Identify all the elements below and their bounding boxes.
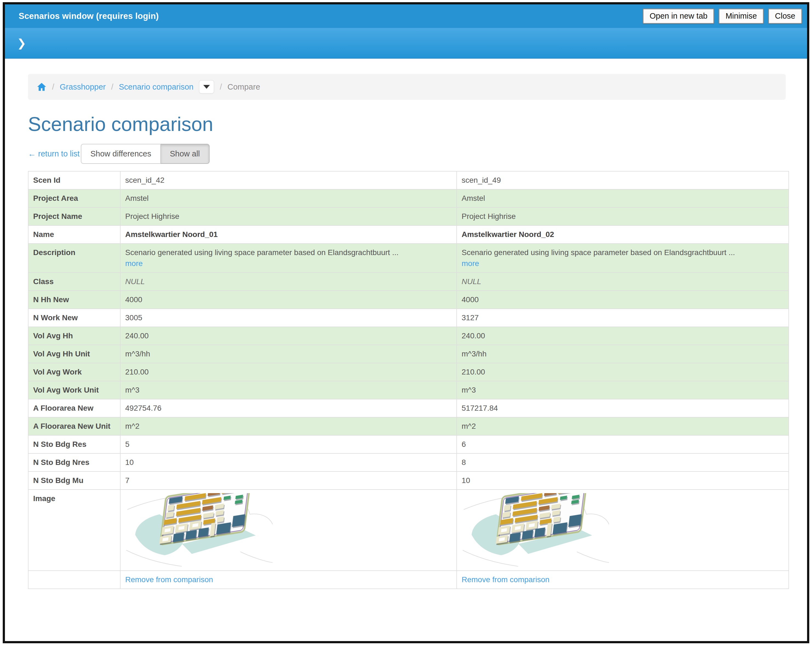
cell-a: 4000: [120, 291, 457, 309]
breadcrumb-separator: /: [220, 82, 222, 92]
row-label: N Work New: [28, 309, 120, 327]
table-row: Class NULL NULL: [28, 273, 789, 291]
cell-b: 4000: [457, 291, 789, 309]
minimise-button[interactable]: Minimise: [719, 9, 763, 24]
cell-b: Amstelkwartier Noord_02: [457, 226, 789, 244]
table-row: Vol Avg Work Unit m^3 m^3: [28, 381, 789, 399]
table-row: A Floorarea New Unit m^2 m^2: [28, 417, 789, 435]
show-differences-button[interactable]: Show differences: [81, 144, 161, 164]
cell-a: m^2: [120, 417, 457, 435]
row-label: Vol Avg Hh: [28, 327, 120, 345]
cell-a: [120, 490, 457, 571]
row-label: N Sto Bdg Nres: [28, 454, 120, 472]
table-row: Name Amstelkwartier Noord_01 Amstelkwart…: [28, 226, 789, 244]
breadcrumb-separator: /: [52, 82, 54, 92]
table-row: N Hh New 4000 4000: [28, 291, 789, 309]
cell-b: scen_id_49: [457, 171, 789, 189]
row-label: Project Name: [28, 208, 120, 226]
cell-a: 5: [120, 435, 457, 454]
home-icon[interactable]: [37, 82, 47, 91]
row-label: N Sto Bdg Res: [28, 435, 120, 454]
open-in-new-tab-button[interactable]: Open in new tab: [643, 9, 714, 24]
more-link[interactable]: more: [462, 258, 479, 269]
caret-down-icon: [203, 85, 210, 89]
breadcrumb-link-grasshopper[interactable]: Grasshopper: [60, 82, 106, 92]
cell-a: Remove from comparison: [120, 571, 457, 589]
cell-a: 240.00: [120, 327, 457, 345]
scenario-a-model-image: [125, 493, 273, 567]
window-titlebar: Scenarios window (requires login) Open i…: [5, 5, 807, 28]
table-row: Description Scenario generated using liv…: [28, 244, 789, 273]
table-row: Project Name Project Highrise Project Hi…: [28, 208, 789, 226]
row-label: N Sto Bdg Mu: [28, 472, 120, 490]
cell-a: 210.00: [120, 363, 457, 381]
cell-b: 517217.84: [457, 399, 789, 417]
view-toggle-group: Show differences Show all: [81, 144, 209, 164]
breadcrumb-current: Compare: [227, 82, 260, 92]
table-row: N Sto Bdg Res 5 6: [28, 435, 789, 454]
window-subbar: ❯: [5, 28, 807, 59]
window-title: Scenarios window (requires login): [18, 11, 159, 21]
show-all-button[interactable]: Show all: [161, 144, 209, 164]
cell-a: m^3: [120, 381, 457, 399]
cell-b: m^3/hh: [457, 345, 789, 363]
cell-b: 10: [457, 472, 789, 490]
breadcrumb-link-scenario-comparison[interactable]: Scenario comparison: [119, 82, 194, 92]
cell-b: 3127: [457, 309, 789, 327]
row-label: Project Area: [28, 189, 120, 208]
cell-a: scen_id_42: [120, 171, 457, 189]
row-label: Name: [28, 226, 120, 244]
row-label: Vol Avg Work: [28, 363, 120, 381]
cell-a: 492754.76: [120, 399, 457, 417]
return-to-list-link[interactable]: ← return to list: [28, 149, 80, 158]
row-label: Vol Avg Work Unit: [28, 381, 120, 399]
row-label: N Hh New: [28, 291, 120, 309]
cell-b: Scenario generated using living space pa…: [457, 244, 789, 273]
cell-b: Amstel: [457, 189, 789, 208]
table-row: Vol Avg Hh Unit m^3/hh m^3/hh: [28, 345, 789, 363]
cell-b: Project Highrise: [457, 208, 789, 226]
table-row: Vol Avg Work 210.00 210.00: [28, 363, 789, 381]
table-row: N Sto Bdg Mu 7 10: [28, 472, 789, 490]
cell-a: 3005: [120, 309, 457, 327]
window-controls: Open in new tab Minimise Close: [643, 9, 802, 24]
table-row: N Sto Bdg Nres 10 8: [28, 454, 789, 472]
description-text: Scenario generated using living space pa…: [462, 247, 784, 258]
scenario-b-model-image: [462, 493, 609, 567]
table-row: Remove from comparison Remove from compa…: [28, 571, 789, 589]
row-label: A Floorarea New Unit: [28, 417, 120, 435]
cell-a: 10: [120, 454, 457, 472]
more-link[interactable]: more: [125, 258, 143, 269]
cell-b: m^3: [457, 381, 789, 399]
cell-b: 210.00: [457, 363, 789, 381]
row-label: A Floorarea New: [28, 399, 120, 417]
cell-a: 7: [120, 472, 457, 490]
cell-a: m^3/hh: [120, 345, 457, 363]
chevron-right-icon[interactable]: ❯: [17, 38, 26, 49]
cell-b: [457, 490, 789, 571]
remove-from-comparison-link[interactable]: Remove from comparison: [462, 574, 549, 585]
page-title: Scenario comparison: [28, 113, 786, 135]
row-label: Scen Id: [28, 171, 120, 189]
cell-a: Amstel: [120, 189, 457, 208]
breadcrumb-separator: /: [111, 82, 113, 92]
table-row: Scen Id scen_id_42 scen_id_49: [28, 171, 789, 189]
breadcrumb-dropdown-button[interactable]: [199, 80, 214, 94]
row-label: Image: [28, 490, 120, 571]
cell-a: Amstelkwartier Noord_01: [120, 226, 457, 244]
page-content: / Grasshopper / Scenario comparison / Co…: [5, 59, 807, 589]
remove-from-comparison-link[interactable]: Remove from comparison: [125, 574, 213, 585]
cell-b: 6: [457, 435, 789, 454]
cell-b: m^2: [457, 417, 789, 435]
cell-b: Remove from comparison: [457, 571, 789, 589]
row-label: Vol Avg Hh Unit: [28, 345, 120, 363]
cell-b: NULL: [457, 273, 789, 291]
cell-b: 8: [457, 454, 789, 472]
breadcrumb: / Grasshopper / Scenario comparison / Co…: [28, 74, 786, 100]
close-button[interactable]: Close: [768, 9, 802, 24]
table-row: Image: [28, 490, 789, 571]
row-label: [28, 571, 120, 589]
cell-b: 240.00: [457, 327, 789, 345]
table-row: Vol Avg Hh 240.00 240.00: [28, 327, 789, 345]
table-row: N Work New 3005 3127: [28, 309, 789, 327]
